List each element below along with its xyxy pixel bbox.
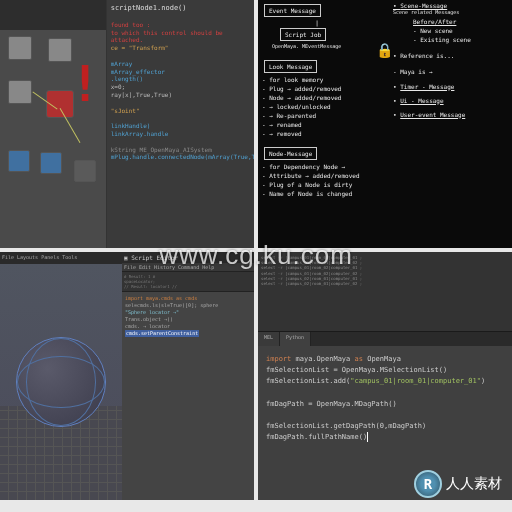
node-gray[interactable] <box>74 160 96 182</box>
node-3[interactable] <box>8 80 32 104</box>
logo-text: 人人素材 <box>446 475 502 493</box>
wb-node-title: Node-Message <box>264 147 317 160</box>
history-output: select -r |campus_01|room_01|computer_01… <box>258 252 512 332</box>
se-menu[interactable]: File Edit History Command Help <box>122 263 254 272</box>
node-blue-1[interactable] <box>8 150 30 172</box>
viewport-script-panel: File Layouts Panels Tools ▣ Script Edito… <box>0 252 254 500</box>
code-editor-panel: select -r |campus_01|room_01|computer_01… <box>258 252 512 500</box>
node-toolbar <box>0 0 106 30</box>
wb-scene-title: • Scene-Message <box>393 2 508 9</box>
tab-python[interactable]: Python <box>280 332 311 346</box>
node-canvas[interactable]: ! <box>0 30 106 248</box>
script-panel-1[interactable]: scriptNode1.node() found too : to which … <box>107 0 254 248</box>
whiteboard-panel: Event Message | Script Job OpenMaya. MEv… <box>258 0 512 248</box>
node-script-panel: ! scriptNode1.node() found too : to whic… <box>0 0 254 248</box>
script-editor[interactable]: ▣ Script Editor File Edit History Comman… <box>122 252 254 500</box>
node-blue-2[interactable] <box>40 152 62 174</box>
tab-mel[interactable]: MEL <box>258 332 280 346</box>
viewport-canvas[interactable] <box>0 264 122 500</box>
viewport-menu[interactable]: File Layouts Panels Tools <box>0 252 122 264</box>
se-input[interactable]: import maya.cmds as cmds sel=cmds.ls(sl=… <box>122 292 254 340</box>
se-history: # Result: 1 # spaceLocator; // Result: l… <box>122 272 254 292</box>
wb-scriptjob: Script Job <box>280 28 326 41</box>
node-editor[interactable]: ! <box>0 0 107 248</box>
script-title: scriptNode1.node() <box>111 4 250 13</box>
logo-badge: R <box>414 470 442 498</box>
editor-tabs: MEL Python <box>258 332 512 346</box>
wireframe-sphere[interactable] <box>16 337 106 427</box>
node-2[interactable] <box>48 38 72 62</box>
lock-icon: 🔒 <box>376 42 393 58</box>
wb-look-title: Look Message <box>264 60 317 73</box>
site-logo: R 人人素材 <box>414 470 502 498</box>
node-1[interactable] <box>8 36 32 60</box>
viewport-3d[interactable]: File Layouts Panels Tools <box>0 252 122 500</box>
selected-line: cmds.setParentConstraint <box>125 330 199 337</box>
text-cursor <box>367 432 368 442</box>
wb-event-title: Event Message <box>264 4 321 17</box>
se-title: ▣ Script Editor <box>122 252 254 263</box>
warning-icon: ! <box>70 55 100 113</box>
